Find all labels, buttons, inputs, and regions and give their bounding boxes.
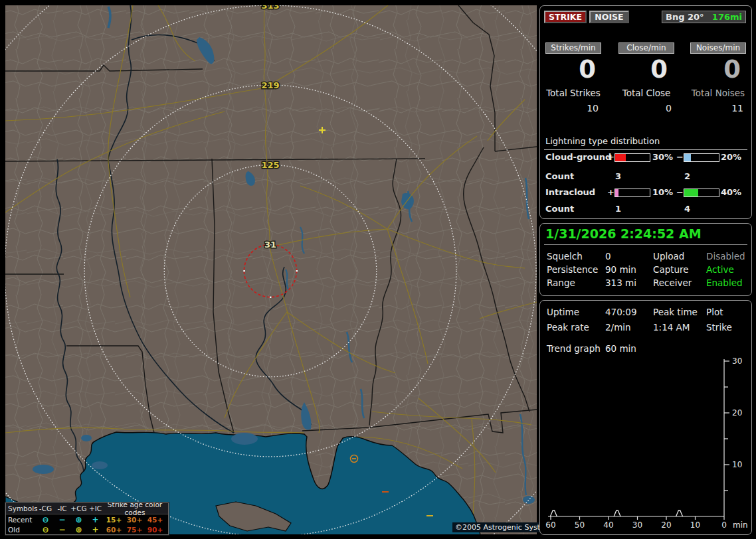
strikes-per-min-value: 0: [545, 55, 596, 84]
minus-sign: −: [676, 187, 684, 197]
capture-label: Capture: [653, 264, 689, 275]
trend-axes: [548, 359, 729, 520]
ic-negative-bar: [684, 189, 719, 197]
cg-positive-pct: 30%: [652, 152, 673, 162]
x-tick-label: 30: [632, 520, 642, 530]
noises-per-min-label: Noises/min: [690, 42, 746, 54]
trend-peak: [614, 510, 620, 516]
count-label: Count: [545, 171, 574, 181]
cg-negative-count: 2: [684, 171, 690, 181]
count-label: Count: [545, 204, 574, 214]
range-value: 176mi: [712, 11, 742, 23]
ring-label-313: 313: [261, 5, 279, 11]
x-tick-label: 0: [721, 520, 727, 530]
plus-sign: +: [607, 152, 614, 162]
cloud-ground-label: Cloud-ground: [545, 152, 611, 162]
age-90: 90+: [145, 526, 165, 534]
status-row: Persistence 90 min Capture Active: [540, 264, 751, 275]
ic-positive-pct: 10%: [652, 187, 673, 197]
x-tick-label: 10: [690, 520, 700, 530]
x-tick-label: 50: [575, 520, 585, 530]
total-noises-value: 11: [690, 103, 746, 114]
legend-col-neg-cg: -CG: [37, 504, 54, 512]
cloud-ground-row: Cloud-ground + 30% − 20%: [540, 152, 751, 163]
intracloud-label: Intracloud: [545, 187, 595, 197]
ic-negative-count: 4: [684, 204, 690, 214]
map-legend: Symbols -CG -IC +CG +IC Strike age color…: [5, 502, 169, 535]
legend-col-pos-cg: +CG: [70, 504, 87, 512]
strike-mode-button[interactable]: STRIKE: [544, 11, 587, 23]
minus-sign: −: [676, 152, 684, 162]
cloud-ground-count-row: Count 3 2: [540, 171, 751, 182]
neg-ic-recent-icon: −: [54, 516, 70, 523]
pos-cg-old-icon: ⊕: [70, 526, 87, 533]
intracloud-row: Intracloud + 10% − 40%: [540, 187, 751, 198]
app-window: { "toolbar": { "strike": "STRIKE", "nois…: [0, 0, 756, 539]
total-strikes-label: Total Strikes: [545, 88, 601, 98]
legend-symbols-label: Symbols: [8, 504, 37, 512]
x-tick-label: 60: [545, 520, 555, 530]
radar-map[interactable]: 31321912531: [5, 5, 537, 534]
counters-panel: STRIKE NOISE Bng 20° 176mi Strikes/min C…: [539, 5, 752, 219]
y-tick-label: 20: [732, 408, 742, 418]
receiver-status: Enabled: [706, 277, 743, 288]
ic-negative-pct: 40%: [721, 187, 741, 197]
range-label: Range: [547, 277, 575, 288]
status-row: Squelch 0 Upload Disabled: [540, 251, 751, 262]
ring-label-219: 219: [261, 80, 279, 90]
legend-header: Symbols -CG -IC +CG +IC Strike age color…: [6, 503, 168, 514]
trend-graph: 3020106050403020100min: [540, 301, 753, 536]
session-panel: Uptime 470:09 Peak time Plot Peak rate 2…: [539, 300, 752, 535]
cg-negative-pct: 20%: [721, 152, 741, 162]
trend-peak: [550, 510, 557, 516]
total-close-label: Total Close: [618, 88, 674, 98]
upload-label: Upload: [653, 251, 684, 262]
ring-tick: [296, 270, 298, 271]
ic-positive-bar: [614, 189, 650, 197]
datetime-display: 1/31/2026 2:24:52 AM: [545, 226, 702, 241]
range-value: 313 mi: [605, 277, 636, 288]
legend-col-neg-ic: -IC: [54, 504, 70, 512]
noises-per-min-value: 0: [690, 55, 741, 84]
legend-row-old: Old ⊖ − ⊕ + 60+ 75+ 90+: [6, 524, 168, 534]
neg-cg-old-icon: ⊖: [37, 526, 54, 533]
age-75: 75+: [124, 526, 145, 534]
ring-label-31: 31: [264, 240, 276, 250]
persistence-label: Persistence: [547, 264, 598, 275]
plus-sign: +: [607, 187, 614, 197]
distribution-title: Lightning type distribution: [544, 136, 747, 150]
cg-positive-bar: [614, 153, 650, 162]
y-tick-label: 10: [732, 460, 742, 469]
pos-ic-recent-icon: +: [87, 516, 104, 523]
ring-tick: [243, 270, 244, 271]
cg-negative-bar: [684, 153, 719, 162]
capture-status: Active: [706, 264, 734, 275]
age-45: 45+: [145, 516, 165, 524]
pos-cg-recent-icon: ⊕: [70, 516, 87, 523]
receiver-label: Receiver: [653, 277, 692, 288]
age-15: 15+: [104, 516, 124, 524]
close-per-min-value: 0: [618, 55, 668, 84]
bearing-value: Bng 20°: [666, 11, 704, 23]
status-row: Range 313 mi Receiver Enabled: [540, 277, 751, 288]
close-per-min-label: Close/min: [618, 42, 674, 54]
cg-positive-count: 3: [615, 171, 621, 181]
legend-col-pos-ic: +IC: [87, 504, 104, 512]
noise-mode-button[interactable]: NOISE: [589, 11, 629, 23]
trend-peak: [676, 510, 683, 516]
pos-ic-old-icon: +: [87, 526, 104, 533]
legend-row-label: Recent: [8, 516, 37, 524]
trend-labels: 3020106050403020100min: [545, 356, 747, 530]
ring-label-125: 125: [261, 160, 279, 170]
status-panel: 1/31/2026 2:24:52 AM Squelch 0 Upload Di…: [539, 223, 752, 296]
x-tick-label: 20: [661, 520, 671, 530]
upload-status: Disabled: [706, 251, 745, 262]
x-axis-unit: min: [733, 520, 748, 530]
persistence-value: 90 min: [605, 264, 636, 275]
age-30: 30+: [124, 516, 145, 524]
total-noises-label: Total Noises: [690, 88, 746, 98]
intracloud-count-row: Count 1 4: [540, 204, 751, 214]
neg-cg-recent-icon: ⊖: [37, 516, 54, 523]
ring-tick: [270, 297, 271, 298]
age-60: 60+: [104, 526, 124, 534]
